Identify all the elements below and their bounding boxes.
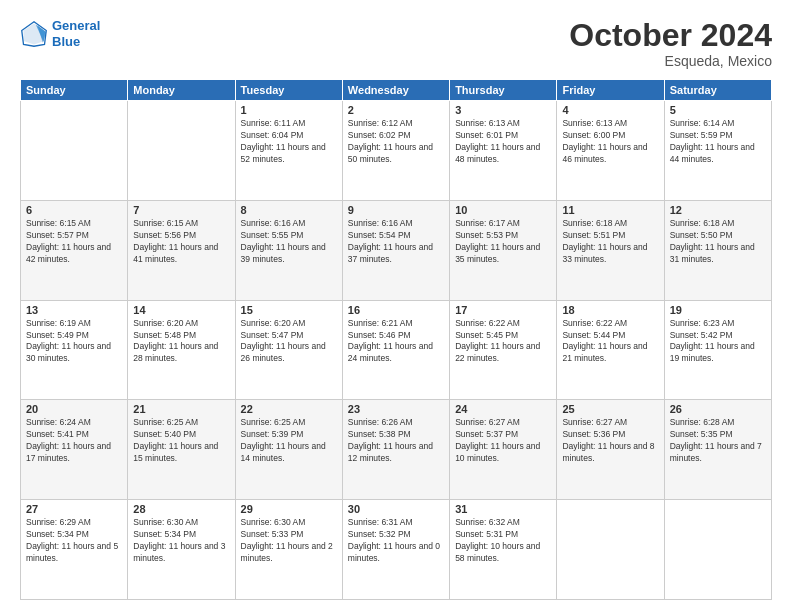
page: General Blue October 2024 Esqueda, Mexic…	[0, 0, 792, 612]
calendar-week-2: 6Sunrise: 6:15 AMSunset: 5:57 PMDaylight…	[21, 200, 772, 300]
day-info: Sunrise: 6:25 AMSunset: 5:40 PMDaylight:…	[133, 417, 229, 465]
table-row: 19Sunrise: 6:23 AMSunset: 5:42 PMDayligh…	[664, 300, 771, 400]
day-number: 7	[133, 204, 229, 216]
day-info: Sunrise: 6:27 AMSunset: 5:36 PMDaylight:…	[562, 417, 658, 465]
day-info: Sunrise: 6:15 AMSunset: 5:56 PMDaylight:…	[133, 218, 229, 266]
calendar-table: Sunday Monday Tuesday Wednesday Thursday…	[20, 79, 772, 600]
table-row: 8Sunrise: 6:16 AMSunset: 5:55 PMDaylight…	[235, 200, 342, 300]
day-number: 17	[455, 304, 551, 316]
day-number: 25	[562, 403, 658, 415]
table-row: 1Sunrise: 6:11 AMSunset: 6:04 PMDaylight…	[235, 101, 342, 201]
table-row: 27Sunrise: 6:29 AMSunset: 5:34 PMDayligh…	[21, 500, 128, 600]
day-info: Sunrise: 6:12 AMSunset: 6:02 PMDaylight:…	[348, 118, 444, 166]
day-info: Sunrise: 6:13 AMSunset: 6:00 PMDaylight:…	[562, 118, 658, 166]
day-info: Sunrise: 6:26 AMSunset: 5:38 PMDaylight:…	[348, 417, 444, 465]
day-number: 1	[241, 104, 337, 116]
table-row: 4Sunrise: 6:13 AMSunset: 6:00 PMDaylight…	[557, 101, 664, 201]
calendar-week-3: 13Sunrise: 6:19 AMSunset: 5:49 PMDayligh…	[21, 300, 772, 400]
day-number: 6	[26, 204, 122, 216]
table-row	[128, 101, 235, 201]
day-info: Sunrise: 6:23 AMSunset: 5:42 PMDaylight:…	[670, 318, 766, 366]
col-saturday: Saturday	[664, 80, 771, 101]
logo: General Blue	[20, 18, 100, 49]
day-number: 10	[455, 204, 551, 216]
day-info: Sunrise: 6:30 AMSunset: 5:33 PMDaylight:…	[241, 517, 337, 565]
table-row: 14Sunrise: 6:20 AMSunset: 5:48 PMDayligh…	[128, 300, 235, 400]
day-number: 12	[670, 204, 766, 216]
col-friday: Friday	[557, 80, 664, 101]
table-row: 16Sunrise: 6:21 AMSunset: 5:46 PMDayligh…	[342, 300, 449, 400]
day-info: Sunrise: 6:22 AMSunset: 5:44 PMDaylight:…	[562, 318, 658, 366]
day-number: 24	[455, 403, 551, 415]
day-number: 27	[26, 503, 122, 515]
day-number: 16	[348, 304, 444, 316]
day-info: Sunrise: 6:18 AMSunset: 5:50 PMDaylight:…	[670, 218, 766, 266]
table-row: 28Sunrise: 6:30 AMSunset: 5:34 PMDayligh…	[128, 500, 235, 600]
day-info: Sunrise: 6:18 AMSunset: 5:51 PMDaylight:…	[562, 218, 658, 266]
table-row: 5Sunrise: 6:14 AMSunset: 5:59 PMDaylight…	[664, 101, 771, 201]
col-thursday: Thursday	[450, 80, 557, 101]
table-row: 2Sunrise: 6:12 AMSunset: 6:02 PMDaylight…	[342, 101, 449, 201]
table-row: 3Sunrise: 6:13 AMSunset: 6:01 PMDaylight…	[450, 101, 557, 201]
day-info: Sunrise: 6:13 AMSunset: 6:01 PMDaylight:…	[455, 118, 551, 166]
table-row: 20Sunrise: 6:24 AMSunset: 5:41 PMDayligh…	[21, 400, 128, 500]
table-row: 9Sunrise: 6:16 AMSunset: 5:54 PMDaylight…	[342, 200, 449, 300]
table-row: 18Sunrise: 6:22 AMSunset: 5:44 PMDayligh…	[557, 300, 664, 400]
table-row: 31Sunrise: 6:32 AMSunset: 5:31 PMDayligh…	[450, 500, 557, 600]
day-number: 2	[348, 104, 444, 116]
day-number: 28	[133, 503, 229, 515]
day-info: Sunrise: 6:25 AMSunset: 5:39 PMDaylight:…	[241, 417, 337, 465]
day-info: Sunrise: 6:20 AMSunset: 5:48 PMDaylight:…	[133, 318, 229, 366]
col-sunday: Sunday	[21, 80, 128, 101]
table-row: 13Sunrise: 6:19 AMSunset: 5:49 PMDayligh…	[21, 300, 128, 400]
day-number: 9	[348, 204, 444, 216]
logo-icon	[20, 20, 48, 48]
day-number: 22	[241, 403, 337, 415]
header: General Blue October 2024 Esqueda, Mexic…	[20, 18, 772, 69]
location-subtitle: Esqueda, Mexico	[569, 53, 772, 69]
day-number: 3	[455, 104, 551, 116]
calendar-week-4: 20Sunrise: 6:24 AMSunset: 5:41 PMDayligh…	[21, 400, 772, 500]
calendar-week-5: 27Sunrise: 6:29 AMSunset: 5:34 PMDayligh…	[21, 500, 772, 600]
day-info: Sunrise: 6:19 AMSunset: 5:49 PMDaylight:…	[26, 318, 122, 366]
day-number: 31	[455, 503, 551, 515]
table-row: 15Sunrise: 6:20 AMSunset: 5:47 PMDayligh…	[235, 300, 342, 400]
table-row: 7Sunrise: 6:15 AMSunset: 5:56 PMDaylight…	[128, 200, 235, 300]
day-number: 4	[562, 104, 658, 116]
table-row: 22Sunrise: 6:25 AMSunset: 5:39 PMDayligh…	[235, 400, 342, 500]
day-number: 21	[133, 403, 229, 415]
day-info: Sunrise: 6:21 AMSunset: 5:46 PMDaylight:…	[348, 318, 444, 366]
day-number: 19	[670, 304, 766, 316]
table-row	[664, 500, 771, 600]
logo-line1: General	[52, 18, 100, 34]
day-number: 26	[670, 403, 766, 415]
table-row: 29Sunrise: 6:30 AMSunset: 5:33 PMDayligh…	[235, 500, 342, 600]
day-number: 23	[348, 403, 444, 415]
logo-line2: Blue	[52, 34, 100, 50]
day-number: 8	[241, 204, 337, 216]
day-info: Sunrise: 6:15 AMSunset: 5:57 PMDaylight:…	[26, 218, 122, 266]
day-number: 30	[348, 503, 444, 515]
day-info: Sunrise: 6:24 AMSunset: 5:41 PMDaylight:…	[26, 417, 122, 465]
day-info: Sunrise: 6:17 AMSunset: 5:53 PMDaylight:…	[455, 218, 551, 266]
day-info: Sunrise: 6:11 AMSunset: 6:04 PMDaylight:…	[241, 118, 337, 166]
table-row: 25Sunrise: 6:27 AMSunset: 5:36 PMDayligh…	[557, 400, 664, 500]
day-number: 29	[241, 503, 337, 515]
month-title: October 2024	[569, 18, 772, 53]
day-info: Sunrise: 6:14 AMSunset: 5:59 PMDaylight:…	[670, 118, 766, 166]
day-info: Sunrise: 6:16 AMSunset: 5:54 PMDaylight:…	[348, 218, 444, 266]
calendar-week-1: 1Sunrise: 6:11 AMSunset: 6:04 PMDaylight…	[21, 101, 772, 201]
day-number: 18	[562, 304, 658, 316]
table-row: 6Sunrise: 6:15 AMSunset: 5:57 PMDaylight…	[21, 200, 128, 300]
table-row: 17Sunrise: 6:22 AMSunset: 5:45 PMDayligh…	[450, 300, 557, 400]
calendar-header-row: Sunday Monday Tuesday Wednesday Thursday…	[21, 80, 772, 101]
day-number: 5	[670, 104, 766, 116]
day-info: Sunrise: 6:29 AMSunset: 5:34 PMDaylight:…	[26, 517, 122, 565]
day-number: 20	[26, 403, 122, 415]
day-number: 13	[26, 304, 122, 316]
day-number: 11	[562, 204, 658, 216]
col-tuesday: Tuesday	[235, 80, 342, 101]
table-row: 24Sunrise: 6:27 AMSunset: 5:37 PMDayligh…	[450, 400, 557, 500]
title-block: October 2024 Esqueda, Mexico	[569, 18, 772, 69]
table-row: 23Sunrise: 6:26 AMSunset: 5:38 PMDayligh…	[342, 400, 449, 500]
